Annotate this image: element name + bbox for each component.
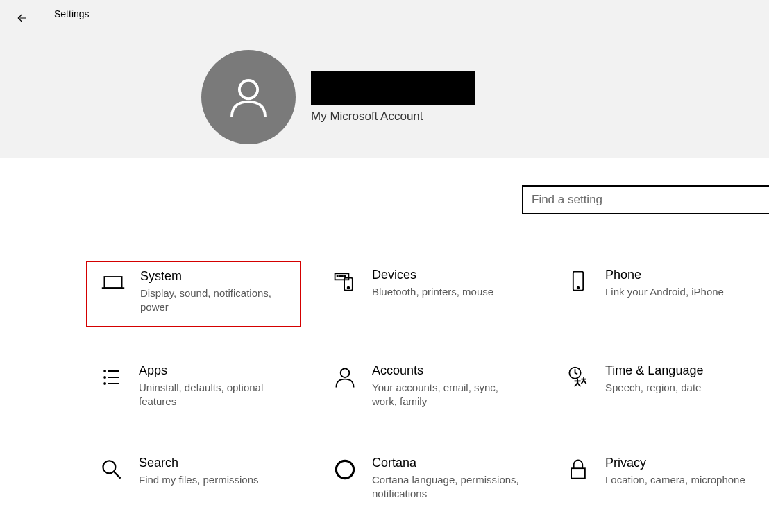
my-ms-account-link[interactable]: My Microsoft Account xyxy=(311,110,475,123)
tile-title: System xyxy=(140,269,289,284)
time-language-icon xyxy=(564,365,593,394)
svg-point-17 xyxy=(336,461,353,478)
tile-title: Cortana xyxy=(372,456,523,470)
redacted-user-name xyxy=(311,71,475,105)
tile-search[interactable]: Search Find my files, permissions xyxy=(86,449,301,513)
svg-point-4 xyxy=(339,275,340,276)
svg-point-6 xyxy=(344,275,345,276)
svg-point-16 xyxy=(103,461,115,473)
svg-point-13 xyxy=(104,383,105,384)
tile-accounts[interactable]: Accounts Your accounts, email, sync, wor… xyxy=(319,357,534,420)
svg-point-12 xyxy=(104,377,105,378)
tile-desc: Link your Android, iPhone xyxy=(605,285,757,299)
tile-desc: Cortana language, permissions, notificat… xyxy=(372,473,523,501)
person-outline-icon xyxy=(330,365,360,394)
tile-desc: Find my files, permissions xyxy=(139,473,290,487)
tile-title: Phone xyxy=(605,268,757,282)
tile-desc: Uninstall, defaults, optional features xyxy=(139,381,290,409)
tile-cortana[interactable]: Cortana Cortana language, permissions, n… xyxy=(319,449,534,513)
avatar xyxy=(201,50,296,144)
laptop-icon xyxy=(99,271,128,300)
tile-title: Apps xyxy=(139,363,290,378)
tile-desc: Your accounts, email, sync, work, family xyxy=(372,381,523,409)
svg-point-3 xyxy=(337,275,337,276)
tile-desc: Bluetooth, printers, mouse xyxy=(372,285,523,299)
tile-phone[interactable]: Phone Link your Android, iPhone xyxy=(552,261,768,327)
tile-title: Privacy xyxy=(605,456,757,470)
tile-title: Devices xyxy=(372,268,523,282)
devices-icon xyxy=(330,269,360,298)
svg-point-8 xyxy=(348,287,350,289)
svg-point-10 xyxy=(577,287,580,289)
tile-desc: Location, camera, microphone xyxy=(605,473,757,487)
phone-icon xyxy=(564,269,593,298)
tile-privacy[interactable]: Privacy Location, camera, microphone xyxy=(552,449,768,513)
svg-rect-18 xyxy=(571,468,585,478)
tile-apps[interactable]: Apps Uninstall, defaults, optional featu… xyxy=(86,357,301,420)
tile-title: Search xyxy=(139,456,290,470)
svg-rect-1 xyxy=(104,277,121,288)
cortana-icon xyxy=(330,457,360,486)
svg-point-0 xyxy=(239,80,257,98)
svg-point-14 xyxy=(341,368,350,377)
svg-point-11 xyxy=(104,370,105,372)
person-icon xyxy=(224,73,273,121)
lock-icon xyxy=(564,457,593,486)
search-icon xyxy=(97,457,126,486)
apps-icon xyxy=(97,365,126,394)
svg-point-5 xyxy=(342,275,343,276)
search-input[interactable] xyxy=(522,185,769,214)
back-button[interactable] xyxy=(12,10,29,26)
tile-time-language[interactable]: Time & Language Speech, region, date xyxy=(552,357,768,420)
back-arrow-icon xyxy=(15,12,27,24)
profile-block[interactable]: My Microsoft Account xyxy=(201,50,475,144)
tile-devices[interactable]: Devices Bluetooth, printers, mouse xyxy=(319,261,534,327)
tile-desc: Display, sound, notifications, power xyxy=(140,286,289,315)
tile-desc: Speech, region, date xyxy=(605,381,757,395)
page-title: Settings xyxy=(54,8,90,19)
tile-title: Time & Language xyxy=(605,363,757,378)
tile-system[interactable]: System Display, sound, notifications, po… xyxy=(86,261,301,327)
tile-title: Accounts xyxy=(372,363,523,378)
